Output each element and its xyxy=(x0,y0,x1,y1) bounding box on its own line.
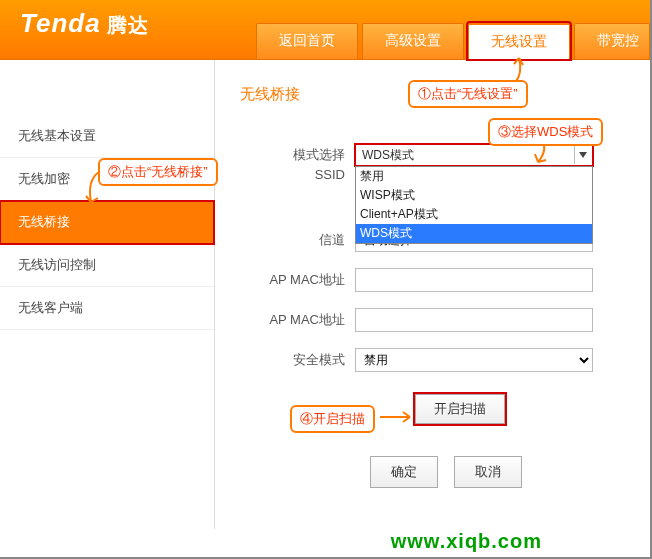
row-apmac2: AP MAC地址 xyxy=(240,308,637,332)
sidebar: 无线基本设置 无线加密 无线桥接 无线访问控制 无线客户端 xyxy=(0,60,215,529)
sidebar-item-bridge[interactable]: 无线桥接 xyxy=(0,201,214,244)
callout-1: ①点击“无线设置” xyxy=(408,80,528,108)
arrow-4-icon xyxy=(378,408,418,426)
apmac1-input[interactable] xyxy=(355,268,593,292)
mode-option-disable[interactable]: 禁用 xyxy=(356,167,592,186)
mode-select[interactable]: WDS模式 禁用 WISP模式 Client+AP模式 WDS模式 xyxy=(355,144,637,166)
row-ssid: SSID xyxy=(215,167,355,182)
security-select[interactable]: 禁用 xyxy=(355,348,593,372)
apmac2-input[interactable] xyxy=(355,308,593,332)
callout-2: ②点击“无线桥接” xyxy=(98,158,218,186)
row-mode: 模式选择 WDS模式 禁用 WISP模式 Client+AP模式 WDS模式 xyxy=(240,144,637,166)
mode-option-wds[interactable]: WDS模式 xyxy=(356,224,592,243)
mode-option-wisp[interactable]: WISP模式 xyxy=(356,186,592,205)
sidebar-item-access[interactable]: 无线访问控制 xyxy=(0,244,214,287)
top-tabs: 返回首页 高级设置 无线设置 带宽控 xyxy=(254,23,652,59)
logo: Tenda腾达 xyxy=(20,8,149,39)
label-apmac2: AP MAC地址 xyxy=(240,311,355,329)
cancel-button[interactable]: 取消 xyxy=(454,456,522,488)
bottom-buttons: 确定 取消 xyxy=(370,456,637,488)
sidebar-item-clients[interactable]: 无线客户端 xyxy=(0,287,214,330)
tab-bandwidth[interactable]: 带宽控 xyxy=(574,23,650,59)
row-security: 安全模式 禁用 xyxy=(240,348,637,372)
mode-dropdown: 禁用 WISP模式 Client+AP模式 WDS模式 xyxy=(355,166,593,244)
header: Tenda腾达 返回首页 高级设置 无线设置 带宽控 xyxy=(0,0,652,60)
scan-button[interactable]: 开启扫描 xyxy=(415,394,505,424)
callout-3: ③选择WDS模式 xyxy=(488,118,603,146)
label-mode: 模式选择 xyxy=(240,146,355,164)
tab-home[interactable]: 返回首页 xyxy=(256,23,358,59)
watermark: www.xiqb.com xyxy=(391,530,542,553)
logo-en: Tenda xyxy=(20,8,101,38)
ok-button[interactable]: 确定 xyxy=(370,456,438,488)
mode-selected-text: WDS模式 xyxy=(362,147,414,164)
callout-4: ④开启扫描 xyxy=(290,405,375,433)
chevron-down-icon[interactable] xyxy=(574,146,590,164)
tab-wireless[interactable]: 无线设置 xyxy=(468,23,570,59)
row-apmac1: AP MAC地址 xyxy=(240,268,637,292)
label-channel: 信道 xyxy=(240,231,355,249)
mode-option-clientap[interactable]: Client+AP模式 xyxy=(356,205,592,224)
logo-cn: 腾达 xyxy=(107,14,149,36)
label-security: 安全模式 xyxy=(240,351,355,369)
sidebar-item-basic[interactable]: 无线基本设置 xyxy=(0,115,214,158)
label-ssid: SSID xyxy=(215,167,355,182)
label-apmac1: AP MAC地址 xyxy=(240,271,355,289)
tab-advanced[interactable]: 高级设置 xyxy=(362,23,464,59)
